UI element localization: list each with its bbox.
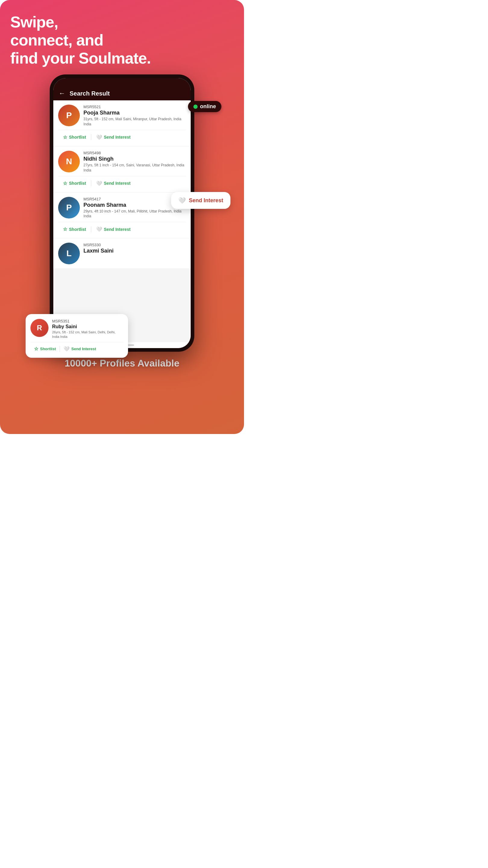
star-icon-3: ☆ xyxy=(63,226,67,232)
floating-send-interest-btn[interactable]: 🤍 Send Interest xyxy=(60,345,100,353)
profile-id-3: MSR5417 xyxy=(84,197,186,201)
heart-icon-3: 🤍 xyxy=(96,226,102,232)
app-header: ← Search Result xyxy=(53,87,191,100)
profile-info-3: MSR5417 Poonam Sharma 29yrs, 4ft 10 inch… xyxy=(84,197,186,219)
floating-profile-id: MSR5351 xyxy=(52,319,123,323)
send-interest-btn-2[interactable]: 🤍 Send Interest xyxy=(91,179,135,188)
send-interest-btn-1[interactable]: 🤍 Send Interest xyxy=(91,133,135,142)
online-indicator xyxy=(193,104,198,109)
profile-details-2: 27yrs, 5ft 1 inch - 154 cm, Saini, Varan… xyxy=(84,163,186,173)
send-interest-popup-label: Send Interest xyxy=(189,197,223,204)
floating-shortlist-btn[interactable]: ☆ Shortlist xyxy=(30,345,60,353)
heart-icon-2: 🤍 xyxy=(96,181,102,186)
floating-heart-icon: 🤍 xyxy=(64,346,70,352)
profile-info-2: MSR5498 Nidhi Singh 27yrs, 5ft 1 inch - … xyxy=(84,151,186,173)
profile-card-2: N MSR5498 Nidhi Singh 27yrs, 5ft 1 inch … xyxy=(53,147,191,193)
shortlist-label-3: Shortlist xyxy=(69,227,86,232)
shortlist-btn-2[interactable]: ☆ Shortlist xyxy=(58,179,91,188)
profile-actions-2: ☆ Shortlist 🤍 Send Interest xyxy=(58,176,186,188)
profile-list: P MSR5521 Pooja Sharma 31yrs, 5ft - 152 … xyxy=(53,100,191,342)
floating-profile-name: Ruby Saini xyxy=(52,324,123,330)
avatar-1: P xyxy=(58,104,80,126)
floating-profile-details: 26yrs, 5ft - 152 cm, Mali Saini, Delhi, … xyxy=(52,330,123,339)
shortlist-label-2: Shortlist xyxy=(69,181,86,186)
floating-profile-actions: ☆ Shortlist 🤍 Send Interest xyxy=(30,342,123,353)
heart-icon: 🤍 xyxy=(178,197,186,204)
status-bar xyxy=(53,78,191,87)
profile-name-2: Nidhi Singh xyxy=(84,156,186,162)
online-badge: online xyxy=(188,101,221,112)
star-icon-1: ☆ xyxy=(63,134,67,140)
phone-screen: ← Search Result P MSR5521 Pooja Sharma 3… xyxy=(53,78,191,348)
floating-send-interest-label: Send Interest xyxy=(71,347,96,351)
shortlist-label-1: Shortlist xyxy=(69,135,86,140)
profile-id-2: MSR5498 xyxy=(84,151,186,155)
profile-actions-3: ☆ Shortlist 🤍 Send Interest xyxy=(58,222,186,234)
profile-name-3: Poonam Sharma xyxy=(84,202,186,208)
floating-profile-info: MSR5351 Ruby Saini 26yrs, 5ft - 152 cm, … xyxy=(52,319,123,339)
send-interest-btn-3[interactable]: 🤍 Send Interest xyxy=(91,224,135,234)
heart-icon-1: 🤍 xyxy=(96,134,102,140)
profile-card-3: P MSR5417 Poonam Sharma 29yrs, 4ft 10 in… xyxy=(53,193,191,239)
avatar-2: N xyxy=(58,151,80,173)
shortlist-btn-3[interactable]: ☆ Shortlist xyxy=(58,224,91,234)
phone-frame: ← Search Result P MSR5521 Pooja Sharma 3… xyxy=(50,74,194,352)
floating-profile-card: R MSR5351 Ruby Saini 26yrs, 5ft - 152 cm… xyxy=(26,314,128,358)
profile-actions-1: ☆ Shortlist 🤍 Send Interest xyxy=(58,130,186,142)
app-background: Swipe, connect, and find your Soulmate. … xyxy=(0,0,244,434)
floating-avatar: R xyxy=(30,319,48,337)
send-interest-label-2: Send Interest xyxy=(104,181,131,186)
send-interest-popup[interactable]: 🤍 Send Interest xyxy=(171,192,230,209)
send-interest-label-3: Send Interest xyxy=(104,227,131,232)
online-label: online xyxy=(200,103,216,110)
profile-info-5: MSR5330 Laxmi Saini xyxy=(84,243,186,255)
star-icon-2: ☆ xyxy=(63,181,67,186)
profile-card-1: P MSR5521 Pooja Sharma 31yrs, 5ft - 152 … xyxy=(53,100,191,147)
hero-tagline: Swipe, connect, and find your Soulmate. xyxy=(7,7,237,67)
profile-info-1: MSR5521 Pooja Sharma 31yrs, 5ft - 152 cm… xyxy=(84,104,186,127)
floating-star-icon: ☆ xyxy=(34,346,38,352)
profile-name-1: Pooja Sharma xyxy=(84,110,186,116)
avatar-3: P xyxy=(58,197,80,218)
screen-title: Search Result xyxy=(70,90,110,97)
send-interest-label-1: Send Interest xyxy=(104,135,131,140)
avatar-5: L xyxy=(58,243,80,264)
profile-id-1: MSR5521 xyxy=(84,104,186,109)
profile-details-3: 29yrs, 4ft 10 inch - 147 cm, Mali, Pilib… xyxy=(84,209,186,219)
phone-mockup: online 🤍 Send Interest ← Search Result xyxy=(50,74,194,352)
profile-name-5: Laxmi Saini xyxy=(84,248,186,254)
shortlist-btn-1[interactable]: ☆ Shortlist xyxy=(58,133,91,142)
floating-shortlist-label: Shortlist xyxy=(40,347,56,351)
profile-details-1: 31yrs, 5ft - 152 cm, Mali Saini, Miranpu… xyxy=(84,117,186,127)
back-button[interactable]: ← xyxy=(59,90,65,97)
profile-id-5: MSR5330 xyxy=(84,243,186,247)
profile-card-5: L MSR5330 Laxmi Saini xyxy=(53,239,191,269)
